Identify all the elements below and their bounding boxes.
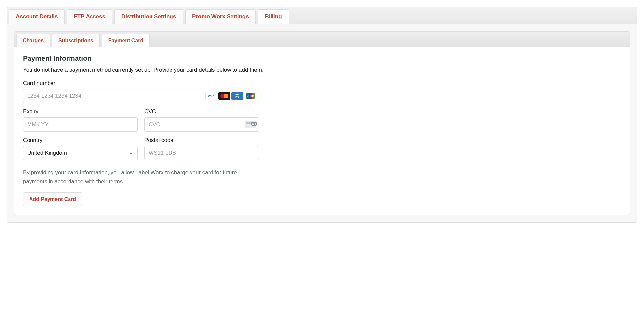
expiry-input[interactable] (23, 117, 138, 132)
postal-code-input[interactable] (144, 146, 259, 160)
country-value: United Kingdom (27, 150, 67, 156)
billing-inner-panel: Charges Subscriptions Payment Card Payme… (14, 31, 630, 215)
billing-panel: Charges Subscriptions Payment Card Payme… (7, 24, 637, 222)
expiry-label: Expiry (23, 108, 138, 115)
tab-promo-worx-settings[interactable]: Promo Worx Settings (185, 9, 256, 24)
account-settings-panel: Account Details FTP Access Distribution … (7, 7, 637, 223)
card-number-label: Card number (23, 80, 259, 87)
tab-charges[interactable]: Charges (16, 34, 50, 47)
primary-tab-bar: Account Details FTP Access Distribution … (7, 7, 637, 24)
cvc-label: CVC (144, 108, 259, 115)
tab-subscriptions[interactable]: Subscriptions (52, 34, 100, 47)
country-label: Country (23, 137, 138, 144)
disclaimer-text: By providing your card information, you … (23, 168, 252, 186)
section-title: Payment Information (23, 54, 621, 62)
visa-icon: VISA (205, 92, 217, 100)
jcb-icon: JCB (245, 92, 256, 100)
payment-card-content: Payment Information You do not have a pa… (14, 47, 630, 215)
section-intro: You do not have a payment method current… (23, 67, 621, 73)
secondary-tab-bar: Charges Subscriptions Payment Card (14, 32, 630, 47)
tab-billing[interactable]: Billing (258, 9, 289, 24)
mastercard-icon (218, 92, 230, 100)
card-brand-icons: VISA AMEX JCB (205, 92, 256, 100)
tab-ftp-access[interactable]: FTP Access (67, 9, 112, 24)
amex-icon: AMEX (231, 92, 243, 100)
chevron-down-icon (129, 151, 133, 155)
cvc-hint-icon (245, 121, 256, 128)
payment-form: Card number VISA AMEX JCB (23, 80, 259, 160)
tab-distribution-settings[interactable]: Distribution Settings (114, 9, 183, 24)
tab-account-details[interactable]: Account Details (9, 9, 65, 24)
tab-payment-card[interactable]: Payment Card (102, 34, 150, 47)
postal-code-label: Postal code (144, 137, 259, 144)
add-payment-card-button[interactable]: Add Payment Card (23, 192, 82, 206)
cvc-input[interactable] (144, 117, 259, 132)
country-select[interactable]: United Kingdom (23, 146, 138, 160)
